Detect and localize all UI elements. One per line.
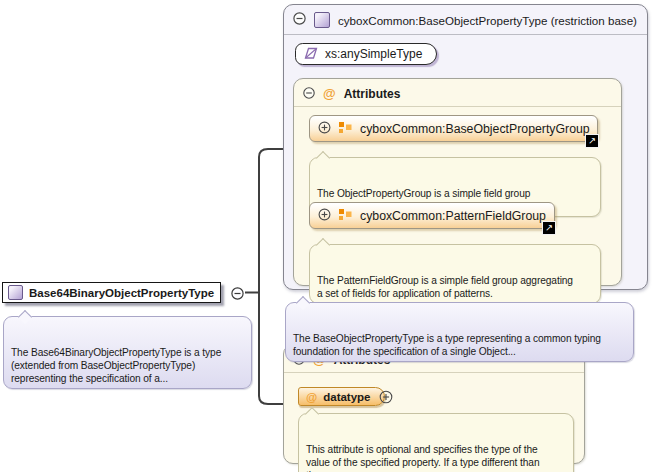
complex-type-icon [8, 285, 23, 300]
attribute-group-baseobjectpropertygroup[interactable]: cyboxCommon:BaseObjectPropertyGroup ↗ [309, 115, 598, 142]
attributes-divider [284, 372, 584, 373]
schema-diagram: cyboxCommon:BaseObjectPropertyType (rest… [0, 0, 656, 472]
jump-to-definition-icon[interactable]: ↗ [542, 221, 556, 235]
attribute-description: This attribute is optional and specifies… [298, 413, 574, 472]
collapse-icon[interactable] [231, 286, 244, 304]
base-type-description: The BaseObjectPropertyType is a type rep… [285, 302, 634, 362]
attribute-group-patternfieldgroup[interactable]: cyboxCommon:PatternFieldGroup ↗ [309, 202, 555, 229]
simple-type-label: xs:anySimpleType [325, 47, 422, 61]
complex-type-icon [314, 12, 330, 28]
collapse-icon[interactable] [303, 85, 315, 103]
collapse-icon[interactable] [293, 11, 306, 29]
expand-icon[interactable] [379, 390, 393, 408]
attribute-description-text: This attribute is optional and specifies… [306, 444, 539, 472]
base-type-description-text: The BaseObjectPropertyType is a type rep… [293, 333, 601, 357]
simple-type-box[interactable]: xs:anySimpleType [295, 43, 437, 65]
group-description-text: The PatternFieldGroup is a simple field … [317, 275, 573, 299]
attribute-at-icon: @ [306, 391, 317, 403]
attribute-datatype[interactable]: @ datatype [298, 387, 385, 406]
base64-type-label: Base64BinaryObjectPropertyType [29, 287, 214, 299]
base64-type-description: The Base64BinaryObjectPropertyType is a … [3, 316, 252, 389]
header-divider [284, 34, 647, 35]
expand-icon[interactable] [318, 120, 331, 138]
attribute-group-icon [339, 120, 352, 138]
attribute-name: datatype [323, 391, 370, 403]
attribute-group-label: cyboxCommon:PatternFieldGroup [360, 209, 546, 223]
own-attributes-section: @ Attributes @ datatype This attribute i… [283, 344, 585, 464]
base64-type-description-text: The Base64BinaryObjectPropertyType is a … [11, 347, 221, 384]
attribute-group-icon [339, 207, 352, 225]
simple-type-icon [304, 46, 318, 63]
attributes-section: @ Attributes cyboxCommon:BaseObjectPrope… [293, 78, 622, 286]
base64-type-box[interactable]: Base64BinaryObjectPropertyType [2, 282, 221, 303]
base-type-header: cyboxCommon:BaseObjectPropertyType (rest… [293, 11, 637, 29]
base-type-title: cyboxCommon:BaseObjectPropertyType (rest… [338, 14, 637, 27]
tooltip-pointer [316, 237, 330, 251]
base-type-container: cyboxCommon:BaseObjectPropertyType (rest… [283, 4, 648, 290]
attributes-header: @ Attributes [303, 85, 400, 103]
tooltip-pointer [305, 406, 319, 420]
group-description: The PatternFieldGroup is a simple field … [309, 244, 601, 304]
attribute-at-icon: @ [323, 88, 336, 100]
attributes-label: Attributes [344, 87, 401, 101]
attributes-divider [294, 106, 621, 107]
expand-icon[interactable] [318, 207, 331, 225]
jump-to-definition-icon[interactable]: ↗ [585, 134, 599, 148]
tooltip-pointer [316, 150, 330, 164]
attribute-group-label: cyboxCommon:BaseObjectPropertyGroup [360, 122, 590, 136]
